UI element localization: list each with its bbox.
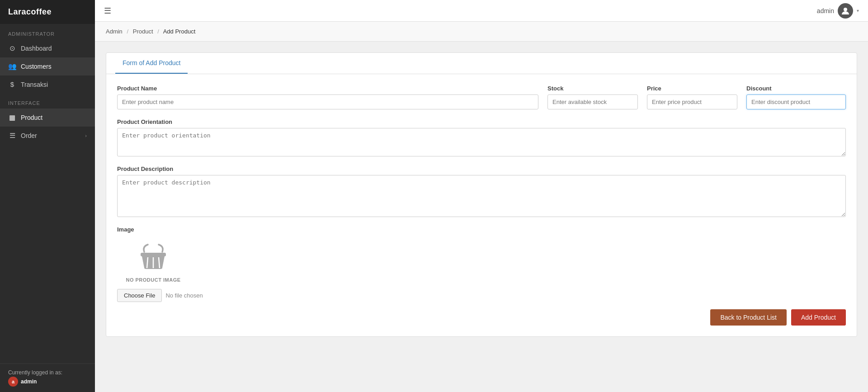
user-dropdown-arrow-icon: ▾ — [857, 8, 859, 13]
content-area: Form of Add Product Product Name Stock P… — [95, 42, 868, 392]
sidebar-item-transaksi[interactable]: $ Transaksi — [0, 76, 95, 93]
product-name-input[interactable] — [117, 94, 538, 109]
breadcrumb-current: Add Product — [163, 28, 196, 35]
logged-username: admin — [21, 378, 37, 385]
add-product-button[interactable]: Add Product — [791, 309, 846, 326]
form-row-description: Product Description — [117, 165, 846, 217]
customers-icon: 👥 — [8, 62, 16, 71]
no-file-text: No file chosen — [165, 292, 203, 299]
product-name-label: Product Name — [117, 85, 538, 92]
form-group-stock: Stock — [547, 85, 638, 109]
brand-logo: Laracoffee — [0, 0, 95, 24]
form-group-price: Price — [647, 85, 737, 109]
tab-form-add-product[interactable]: Form of Add Product — [115, 53, 188, 74]
breadcrumb-admin[interactable]: Admin — [106, 28, 123, 35]
topbar-username: admin — [817, 7, 834, 14]
form-card: Form of Add Product Product Name Stock P… — [106, 52, 857, 337]
no-product-image-label: NO PRODUCT IMAGE — [126, 277, 180, 283]
form-body: Product Name Stock Price Discount — [106, 74, 857, 302]
sidebar-item-customers[interactable]: 👥 Customers — [0, 57, 95, 76]
description-label: Product Description — [117, 165, 846, 172]
file-input-row: Choose File No file chosen — [117, 289, 846, 302]
svg-rect-1 — [141, 253, 166, 256]
image-section: Image — [117, 226, 846, 302]
breadcrumb-sep-1: / — [127, 28, 128, 35]
main-area: ☰ admin ▾ Admin / Product / Add Product … — [95, 0, 868, 392]
orientation-label: Product Orientation — [117, 118, 846, 125]
basket-icon — [135, 238, 171, 274]
order-icon: ☰ — [8, 132, 16, 140]
logged-label: Currently logged in as: — [8, 369, 87, 376]
card-tab-header: Form of Add Product — [106, 53, 857, 74]
breadcrumb: Admin / Product / Add Product — [95, 22, 868, 42]
bottom-info: Currently logged in as: a admin — [0, 364, 95, 392]
sidebar-item-customers-label: Customers — [21, 63, 52, 70]
product-icon: ▦ — [8, 113, 16, 122]
sidebar: Laracoffee ADMINISTRATOR ⊙ Dashboard 👥 C… — [0, 0, 95, 392]
back-to-product-list-button[interactable]: Back to Product List — [710, 309, 787, 326]
sidebar-item-product-label: Product — [21, 114, 42, 121]
section-administrator: ADMINISTRATOR — [0, 24, 95, 39]
stock-input[interactable] — [547, 94, 638, 109]
form-group-description: Product Description — [117, 165, 846, 217]
transaksi-icon: $ — [8, 80, 16, 88]
discount-input[interactable] — [746, 94, 846, 109]
user-avatar-icon — [838, 3, 853, 19]
discount-label: Discount — [746, 85, 846, 92]
price-label: Price — [647, 85, 737, 92]
stock-label: Stock — [547, 85, 638, 92]
user-area[interactable]: admin ▾ — [817, 3, 859, 19]
sidebar-item-product[interactable]: ▦ Product — [0, 109, 95, 127]
hamburger-menu-icon[interactable]: ☰ — [104, 6, 111, 16]
form-group-product-name: Product Name — [117, 85, 538, 109]
form-row-orientation: Product Orientation — [117, 118, 846, 156]
sidebar-item-dashboard[interactable]: ⊙ Dashboard — [0, 39, 95, 57]
price-input[interactable] — [647, 94, 737, 109]
orientation-input[interactable] — [117, 128, 846, 156]
svg-point-0 — [844, 8, 847, 11]
image-label: Image — [117, 226, 846, 233]
no-product-image: NO PRODUCT IMAGE — [117, 238, 189, 283]
sidebar-item-order[interactable]: ☰ Order › — [0, 127, 95, 145]
form-group-orientation: Product Orientation — [117, 118, 846, 156]
choose-file-button[interactable]: Choose File — [117, 289, 162, 302]
form-group-discount: Discount — [746, 85, 846, 109]
topbar: ☰ admin ▾ — [95, 0, 868, 22]
user-avatar-small: a — [8, 377, 18, 387]
sidebar-item-transaksi-label: Transaksi — [21, 81, 48, 88]
sidebar-item-dashboard-label: Dashboard — [21, 45, 52, 52]
breadcrumb-product[interactable]: Product — [133, 28, 153, 35]
section-interface: INTERFACE — [0, 93, 95, 109]
footer-actions: Back to Product List Add Product — [106, 302, 857, 326]
logged-user: a admin — [8, 377, 87, 387]
order-arrow-icon: › — [85, 133, 87, 138]
description-input[interactable] — [117, 175, 846, 217]
breadcrumb-sep-2: / — [157, 28, 159, 35]
dashboard-icon: ⊙ — [8, 44, 16, 52]
sidebar-item-order-label: Order — [21, 132, 37, 139]
form-row-1: Product Name Stock Price Discount — [117, 85, 846, 109]
